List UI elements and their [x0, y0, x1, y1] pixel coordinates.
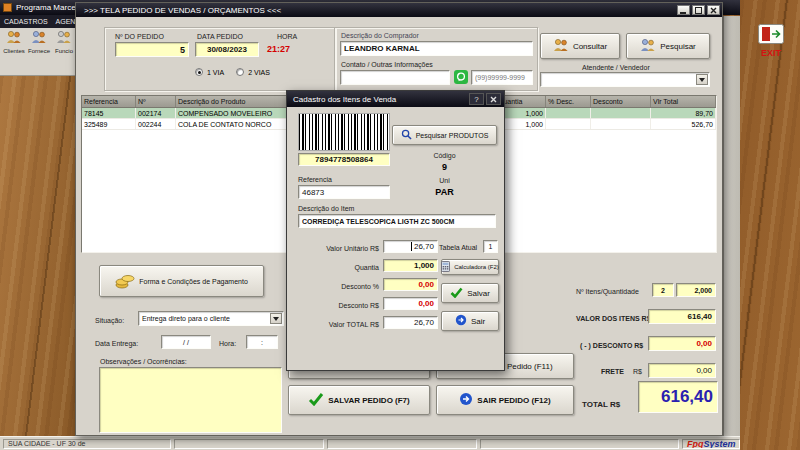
- order-id-group: Nº DO PEDIDO DATA PEDIDO HORA 5 30/08/20…: [104, 27, 336, 91]
- notes-textarea[interactable]: [99, 367, 282, 433]
- delivery-date-field[interactable]: / /: [161, 335, 211, 349]
- order-window-titlebar[interactable]: >>> TELA PEDIDO DE VENDAS / ORÇAMENTOS <…: [76, 3, 722, 17]
- save-order-button[interactable]: SALVAR PEDIDO (F7): [288, 385, 430, 415]
- toolbar-fornecedores-button[interactable]: Fornece: [27, 30, 51, 75]
- discount-rs-label: Desconto R$: [289, 301, 379, 310]
- exit-order-button[interactable]: SAIR PEDIDO (F12): [436, 385, 574, 415]
- toolbar-clientes-label: Clientes: [2, 48, 26, 54]
- col-numero[interactable]: Nº: [136, 96, 176, 107]
- dialog-close-icon[interactable]: [486, 93, 501, 105]
- freight-label: FRETE: [601, 367, 624, 376]
- unit-value-label: Valor Unitário R$: [289, 244, 379, 253]
- discount-field: 0,00: [648, 336, 716, 351]
- pesquisar-button[interactable]: Pesquisar: [626, 33, 710, 59]
- exit-label: EXIT: [761, 48, 781, 58]
- close-icon[interactable]: [707, 5, 720, 15]
- order-window-title: >>> TELA PEDIDO DE VENDAS / ORÇAMENTOS <…: [84, 6, 675, 15]
- statusbar-brand: FpqSystem: [682, 439, 740, 449]
- app-icon: [3, 3, 12, 12]
- minimize-icon[interactable]: [677, 5, 690, 15]
- discount-label: ( - ) DESCONTO R$: [580, 341, 643, 350]
- col-referencia[interactable]: Referencia: [82, 96, 136, 107]
- situation-value: Entrega direto para o cliente: [142, 315, 280, 322]
- item-dialog-titlebar[interactable]: Cadastro dos Itens de Venda ?: [287, 91, 504, 107]
- employees-people-icon: [56, 30, 72, 47]
- window-right-scroll-strip[interactable]: [723, 16, 740, 436]
- copies-radio-group: 1 VIA 2 VIAS: [195, 68, 270, 76]
- buyer-group: Descrição do Comprador LEANDRO KARNAL Co…: [334, 27, 538, 91]
- phone-field[interactable]: (99)99999-9999: [471, 70, 533, 85]
- suppliers-people-icon: [31, 30, 47, 47]
- buyer-field[interactable]: LEANDRO KARNAL: [340, 41, 533, 56]
- menu-agenda[interactable]: AGENDA: [56, 18, 76, 25]
- cell-ref-1: 78145: [82, 108, 136, 118]
- radio-1-via[interactable]: [195, 68, 203, 76]
- toolbar-funcionarios-label: Funcio: [52, 48, 76, 54]
- statusbar-cell-4: [480, 439, 679, 449]
- save-order-label: SALVAR PEDIDO (F7): [328, 396, 409, 405]
- consultar-button[interactable]: Consultar: [540, 33, 620, 59]
- contact-field[interactable]: [340, 70, 450, 85]
- item-exit-label: Sair: [471, 317, 485, 326]
- exit-door-icon: [758, 24, 784, 48]
- payment-terms-button[interactable]: Forma e Condições de Pagamento: [99, 265, 264, 297]
- radio-2-vias[interactable]: [236, 68, 244, 76]
- buyer-label: Descrição do Comprador: [341, 31, 419, 40]
- item-desc-field[interactable]: CORREDIÇA TELESCOPICA LIGTH ZC 500CM: [298, 214, 496, 228]
- cell-ref-2: 325489: [82, 119, 136, 129]
- discount-rs-field[interactable]: 0,00: [383, 297, 438, 310]
- situation-chevron-down-icon[interactable]: [270, 313, 282, 324]
- code-value: 9: [392, 162, 497, 172]
- price-table-field[interactable]: 1: [483, 240, 498, 253]
- clients-people-icon: [6, 30, 22, 47]
- col-vlr-total[interactable]: Vlr Total: [651, 96, 716, 107]
- brand-fpq: Fpq: [687, 439, 704, 449]
- total-label: TOTAL R$: [582, 400, 620, 409]
- exit-button[interactable]: EXIT: [748, 24, 794, 60]
- quantity-field[interactable]: 1,000: [383, 259, 438, 272]
- menu-cadastros[interactable]: CADASTROS: [4, 18, 48, 25]
- unit-label: Uni: [392, 177, 497, 184]
- consultar-people-icon: [553, 38, 569, 54]
- contact-label: Contato / Outras Informações: [341, 60, 433, 69]
- order-date-field[interactable]: 30/08/2023: [195, 42, 259, 57]
- items-value-field: 616,40: [648, 309, 716, 324]
- cell-total-2: 526,70: [651, 119, 716, 129]
- item-dialog: Cadastro dos Itens de Venda ? 7894778508…: [286, 90, 505, 371]
- notes-label: Observações / Ocorrências:: [100, 357, 187, 366]
- code-label: Código: [392, 152, 497, 159]
- barcode-value-field: 7894778508864: [298, 153, 390, 166]
- situation-dropdown[interactable]: Entrega direto para o cliente: [138, 311, 284, 326]
- whatsapp-icon[interactable]: [454, 70, 468, 88]
- calculator-button[interactable]: Calculadora (F2): [441, 259, 499, 275]
- toolbar-funcionarios-button[interactable]: Funcio: [52, 30, 76, 75]
- pesquisar-people-icon: [640, 38, 656, 54]
- desktop: Programa Marcenaria CADASTROS AGENDA Cli…: [0, 0, 800, 450]
- order-no-field[interactable]: 5: [115, 42, 189, 57]
- reference-label: Referencia: [298, 175, 332, 184]
- search-products-button[interactable]: Pesquisar PRODUTOS: [392, 125, 497, 145]
- item-save-button[interactable]: Salvar: [441, 283, 499, 303]
- attendant-chevron-down-icon[interactable]: [696, 74, 708, 85]
- col-desconto[interactable]: Desconto: [591, 96, 651, 107]
- search-icon: [401, 129, 412, 141]
- help-icon[interactable]: ?: [469, 93, 484, 105]
- situation-label: Situação:: [95, 316, 124, 325]
- maximize-icon[interactable]: [692, 5, 705, 15]
- attendant-dropdown[interactable]: [540, 72, 710, 87]
- calculator-label: Calculadora (F2): [454, 264, 499, 270]
- freight-field[interactable]: 0,00: [648, 363, 716, 378]
- order-time-label: HORA: [277, 32, 297, 41]
- exit-arrow-icon: [459, 392, 473, 408]
- unit-value-field[interactable]: 26,70: [383, 240, 438, 253]
- delivery-hour-field[interactable]: :: [246, 335, 278, 349]
- item-exit-button[interactable]: Sair: [441, 311, 499, 331]
- discount-pct-field[interactable]: 0,00: [383, 278, 438, 291]
- calculator-icon: [441, 261, 450, 273]
- toolbar-clientes-button[interactable]: Clientes: [2, 30, 26, 75]
- col-perc-desc[interactable]: % Desc.: [546, 96, 591, 107]
- reference-field[interactable]: 46873: [298, 185, 390, 199]
- barcode-image: [298, 113, 390, 151]
- item-exit-arrow-icon: [455, 314, 467, 328]
- price-table-label: Tabela Atual: [439, 243, 477, 252]
